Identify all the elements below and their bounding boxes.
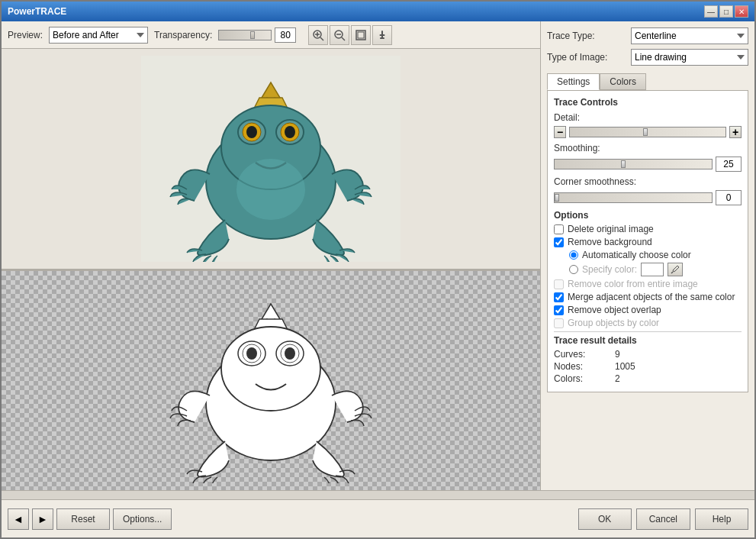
zoom-in-button[interactable]	[308, 25, 328, 45]
right-panel: Trace Type: Centerline Outline Woodcut T…	[541, 21, 754, 490]
preview-panel-before	[2, 49, 540, 269]
smoothing-slider-container: 25	[554, 157, 742, 172]
merge-adjacent-label: Merge adjacent objects of the same color	[568, 292, 735, 302]
options-title: Options	[554, 210, 742, 221]
svg-line-32	[671, 272, 673, 273]
trace-controls-title: Trace Controls	[554, 97, 742, 108]
help-button[interactable]: Help	[695, 508, 748, 530]
delete-original-label: Delete original image	[568, 224, 654, 234]
preview-area: Preview: Before and After Before After W…	[2, 21, 541, 490]
remove-color-label: Remove color from entire image	[568, 279, 698, 289]
after-image	[2, 271, 540, 491]
colors-label: Colors:	[554, 373, 615, 384]
specify-color-label: Specify color:	[582, 264, 637, 275]
remove-color-checkbox	[554, 279, 564, 289]
transparency-slider-container: 80	[218, 27, 296, 43]
horizontal-scrollbar[interactable]	[2, 490, 754, 499]
zoom-out-button[interactable]	[330, 25, 349, 45]
cancel-button[interactable]: Cancel	[636, 508, 690, 530]
trace-type-label: Trace Type:	[547, 31, 631, 41]
detail-plus-button[interactable]: +	[729, 126, 742, 138]
bottom-bar: ◄ ► Reset Options... OK Cancel Help	[2, 499, 754, 537]
bottom-right: OK Cancel Help	[578, 508, 748, 530]
transparency-label: Transparency:	[154, 30, 212, 40]
group-objects-row: Group objects by color	[554, 318, 742, 328]
preview-panels	[2, 49, 540, 490]
back-button[interactable]: ◄	[8, 508, 29, 530]
nodes-row: Nodes: 1005	[554, 361, 742, 372]
preview-label: Preview:	[8, 30, 43, 40]
nodes-label: Nodes:	[554, 361, 615, 372]
svg-rect-8	[358, 32, 364, 38]
transparency-slider[interactable]	[218, 30, 272, 40]
remove-background-label: Remove background	[568, 237, 652, 247]
title-bar-buttons: — □ ✕	[704, 5, 748, 18]
preview-toolbar: Preview: Before and After Before After W…	[2, 21, 540, 49]
smoothing-value[interactable]: 25	[716, 157, 742, 172]
corner-slider-row: 0	[554, 190, 742, 205]
remove-color-row: Remove color from entire image	[554, 279, 742, 289]
settings-tabs: Settings Colors	[547, 73, 748, 90]
corner-smoothness-value[interactable]: 0	[716, 190, 742, 205]
tab-settings[interactable]: Settings	[547, 73, 600, 90]
curves-label: Curves:	[554, 349, 615, 360]
group-objects-checkbox	[554, 318, 564, 328]
forward-button[interactable]: ►	[32, 508, 53, 530]
ok-button[interactable]: OK	[578, 508, 632, 530]
image-type-row: Type of Image: Line drawing Logo Clip ar…	[547, 49, 748, 66]
close-button[interactable]: ✕	[735, 5, 748, 18]
svg-point-30	[246, 347, 257, 360]
detail-label: Detail:	[554, 112, 645, 123]
trace-type-row: Trace Type: Centerline Outline Woodcut	[547, 27, 748, 44]
svg-point-25	[221, 327, 320, 411]
transparency-value[interactable]: 80	[275, 27, 296, 43]
auto-color-radio[interactable]	[569, 250, 578, 260]
detail-slider[interactable]	[569, 127, 726, 137]
specify-color-row: Specify color:	[569, 263, 742, 276]
smoothing-slider[interactable]	[554, 159, 713, 169]
detail-row: Detail:	[554, 112, 742, 123]
specify-color-box[interactable]	[641, 263, 664, 276]
remove-background-row: Remove background	[554, 237, 742, 247]
minimize-button[interactable]: —	[704, 5, 718, 18]
delete-original-checkbox[interactable]	[554, 224, 564, 234]
smoothing-row: Smoothing:	[554, 143, 742, 153]
svg-line-5	[342, 37, 345, 40]
svg-point-19	[285, 126, 295, 138]
dropper-button[interactable]	[668, 263, 683, 276]
remove-overlap-row: Remove object overlap	[554, 305, 742, 315]
svg-line-1	[320, 37, 323, 40]
preview-panel-after	[2, 271, 540, 491]
window-title: PowerTRACE	[8, 6, 66, 17]
result-title: Trace result details	[554, 335, 742, 346]
tab-colors[interactable]: Colors	[600, 73, 646, 90]
pan-button[interactable]	[372, 25, 392, 45]
maximize-button[interactable]: □	[719, 5, 733, 18]
corner-smoothness-slider[interactable]	[554, 192, 713, 203]
svg-point-31	[285, 347, 295, 360]
group-objects-label: Group objects by color	[568, 318, 659, 328]
smoothing-slider-row: 25	[554, 157, 742, 172]
bottom-left: ◄ ► Reset Options...	[8, 508, 172, 530]
main-content: Preview: Before and After Before After W…	[2, 21, 754, 490]
options-section: Options Delete original image Remove bac…	[554, 210, 742, 328]
reset-button[interactable]: Reset	[56, 508, 110, 530]
merge-adjacent-checkbox[interactable]	[554, 292, 564, 302]
fit-button[interactable]	[351, 25, 371, 45]
image-type-label: Type of Image:	[547, 52, 631, 63]
detail-minus-button[interactable]: −	[554, 126, 566, 138]
tab-content-settings: Trace Controls Detail: − + S	[547, 90, 748, 392]
preview-select[interactable]: Before and After Before After Wireframe …	[49, 27, 148, 44]
specify-color-radio[interactable]	[569, 265, 578, 274]
remove-overlap-checkbox[interactable]	[554, 305, 564, 315]
image-type-select[interactable]: Line drawing Logo Clip art Low quality i…	[631, 49, 748, 66]
smoothing-label: Smoothing:	[554, 143, 645, 153]
detail-slider-row: − +	[554, 126, 742, 138]
trace-type-select[interactable]: Centerline Outline Woodcut	[631, 27, 748, 44]
auto-color-label: Automatically choose color	[582, 250, 691, 260]
preview-icons	[308, 25, 392, 45]
remove-background-checkbox[interactable]	[554, 237, 564, 247]
result-section: Trace result details Curves: 9 Nodes: 10…	[554, 331, 742, 384]
curves-value: 9	[615, 349, 620, 360]
options-button[interactable]: Options...	[113, 508, 172, 530]
